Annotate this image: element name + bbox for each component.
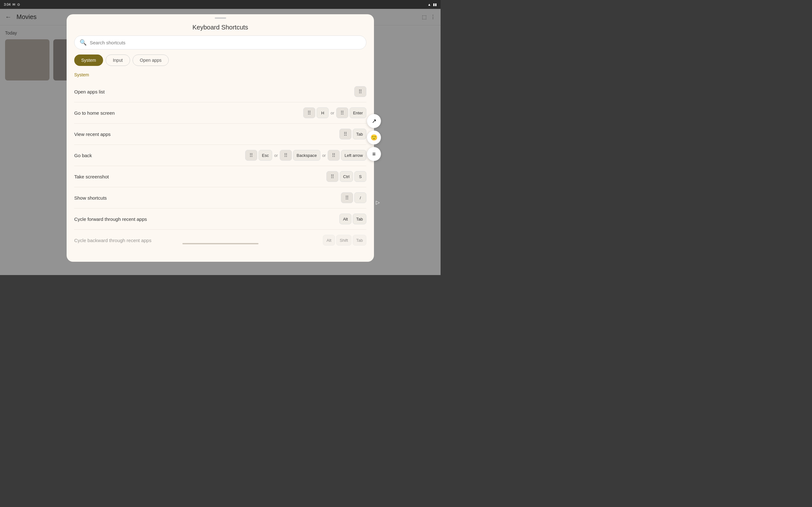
backspace-key: Backspace	[293, 150, 320, 161]
scroll-indicator	[183, 243, 258, 244]
shortcut-name: Open apps list	[74, 89, 105, 95]
shortcut-home-screen: Go to home screen H or Enter	[74, 102, 366, 124]
grid-key	[326, 171, 339, 182]
status-bar-left: 3:04 ✉ ⊙	[4, 3, 20, 7]
mouse-cursor: ▷	[376, 199, 380, 205]
shortcut-keys: H or Enter	[303, 107, 366, 118]
s-key: S	[354, 171, 366, 182]
shift-key: Shift	[336, 235, 351, 245]
shortcut-recent-apps: View recent apps Tab	[74, 124, 366, 145]
tab-key-2: Tab	[353, 214, 366, 224]
floating-buttons: ↗ 🙂 ≡	[367, 114, 381, 161]
esc-key: Esc	[258, 150, 272, 161]
drag-handle[interactable]	[215, 17, 226, 19]
search-icon: 🔍	[80, 39, 87, 46]
shortcut-keys: Esc or Backspace or Left arrow	[245, 150, 366, 161]
shortcut-name: Go back	[74, 153, 92, 158]
tab-system[interactable]: System	[74, 55, 103, 66]
shortcut-open-apps-list: Open apps list	[74, 81, 366, 102]
shortcut-keys: Ctrl S	[326, 171, 366, 182]
shortcut-keys	[354, 86, 366, 97]
shortcut-keys: Tab	[339, 129, 366, 139]
menu-button[interactable]: ≡	[367, 147, 381, 161]
wifi-icon: ▲	[427, 3, 431, 6]
tab-key-3: Tab	[353, 235, 366, 245]
shortcuts-list: System Open apps list Go to home screen …	[67, 71, 374, 262]
shortcut-go-back: Go back Esc or Backspace or Left arrow	[74, 145, 366, 166]
shortcut-name: Take screenshot	[74, 174, 109, 179]
shortcut-show-shortcuts: Show shortcuts /	[74, 187, 366, 209]
grid-key-3	[328, 150, 340, 161]
grid-key-1	[245, 150, 257, 161]
time-display: 3:04	[4, 3, 10, 6]
emoji-icon: 🙂	[370, 134, 377, 141]
modal-title: Keyboard Shortcuts	[67, 20, 374, 36]
slash-key: /	[354, 192, 366, 203]
or-sep: or	[273, 153, 278, 158]
ctrl-key: Ctrl	[340, 171, 353, 182]
shortcut-screenshot: Take screenshot Ctrl S	[74, 166, 366, 187]
shortcut-keys: Alt Tab	[339, 214, 366, 224]
search-input[interactable]	[90, 40, 361, 45]
shortcut-name: Cycle backward through recent apps	[74, 238, 151, 243]
tab-key: Tab	[353, 129, 366, 139]
grid-key	[341, 192, 353, 203]
clock-icon: ⊙	[17, 3, 20, 7]
shortcut-cycle-forward: Cycle forward through recent apps Alt Ta…	[74, 209, 366, 230]
battery-icon: ▮▮	[433, 3, 437, 7]
tab-open-apps[interactable]: Open apps	[133, 55, 169, 66]
hamburger-icon: ≡	[372, 151, 376, 158]
grid-key-2	[336, 107, 348, 118]
shortcut-name: Go to home screen	[74, 110, 115, 116]
expand-icon: ↗	[372, 118, 376, 124]
tabs-row: System Input Open apps	[67, 55, 374, 71]
or-separator: or	[330, 111, 335, 115]
shortcut-partial: Cycle backward through recent apps Alt S…	[74, 230, 366, 250]
grid-key-2	[280, 150, 292, 161]
grid-key	[339, 129, 351, 139]
h-key: H	[316, 107, 328, 118]
shortcut-keys: /	[341, 192, 366, 203]
alt-key-2: Alt	[323, 235, 335, 245]
shortcut-name: Cycle forward through recent apps	[74, 216, 147, 222]
shortcut-name: View recent apps	[74, 131, 111, 137]
search-bar[interactable]: 🔍	[74, 36, 366, 49]
alt-key: Alt	[339, 214, 351, 224]
emoji-button[interactable]: 🙂	[367, 130, 381, 145]
left-arrow-key: Left arrow	[341, 150, 366, 161]
status-bar-right: ▲ ▮▮	[427, 3, 437, 7]
mail-icon: ✉	[12, 3, 15, 7]
grid-key	[303, 107, 315, 118]
status-bar: 3:04 ✉ ⊙ ▲ ▮▮	[0, 0, 441, 9]
tab-input[interactable]: Input	[106, 55, 130, 66]
grid-key-1	[354, 86, 366, 97]
expand-button[interactable]: ↗	[367, 114, 381, 128]
shortcut-keys: Alt Shift Tab	[323, 235, 366, 245]
or-sep-2: or	[322, 153, 327, 158]
keyboard-shortcuts-modal: Keyboard Shortcuts 🔍 System Input Open a…	[67, 14, 374, 262]
shortcut-name: Show shortcuts	[74, 195, 107, 201]
enter-key: Enter	[350, 107, 366, 118]
section-label: System	[74, 72, 366, 77]
